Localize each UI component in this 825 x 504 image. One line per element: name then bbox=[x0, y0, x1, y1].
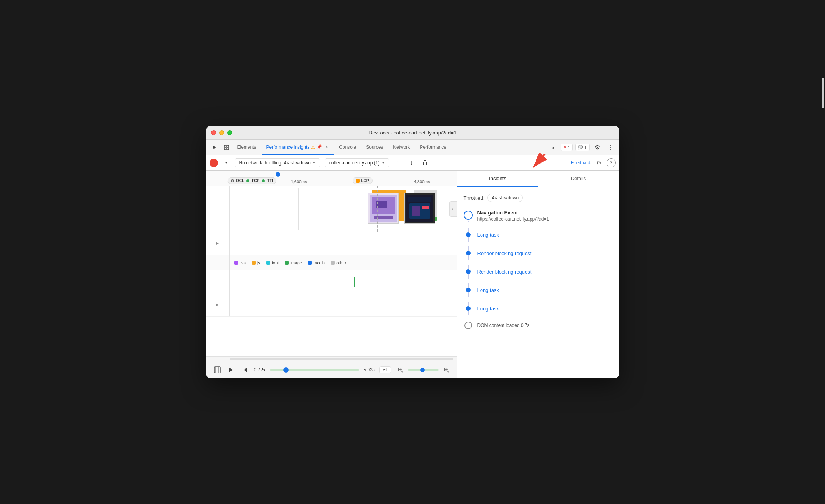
svg-rect-13 bbox=[422, 206, 429, 209]
scrubber-track[interactable] bbox=[270, 369, 359, 371]
event-dot-1 bbox=[466, 251, 471, 255]
connector-top-0 bbox=[468, 228, 469, 232]
delete-button[interactable]: 🗑 bbox=[420, 158, 431, 168]
zoom-in-button[interactable] bbox=[442, 365, 451, 375]
cursor-icon[interactable] bbox=[210, 142, 220, 153]
tab-console[interactable]: Console bbox=[334, 140, 361, 155]
font-network-bar bbox=[403, 279, 403, 290]
nav-event-url: https://coffee-cart.netlify.app/?ad=1 bbox=[477, 216, 549, 222]
traffic-lights bbox=[211, 130, 232, 135]
inspect-icon[interactable] bbox=[221, 142, 232, 153]
ruler-4800ms: 4,800ms bbox=[414, 179, 430, 184]
tab-elements[interactable]: Elements bbox=[233, 140, 261, 155]
message-badge-button[interactable]: 💬 1 bbox=[575, 144, 589, 151]
close-button[interactable] bbox=[211, 130, 216, 135]
maximize-button[interactable] bbox=[227, 130, 232, 135]
error-badge-button[interactable]: ✕ 1 bbox=[561, 144, 573, 151]
tab-network[interactable]: Network bbox=[388, 140, 414, 155]
tab-insights[interactable]: Insights bbox=[457, 171, 538, 187]
event-link-0[interactable]: Long task bbox=[477, 232, 499, 238]
nav-event-title: Navigation Event bbox=[477, 210, 549, 216]
tab-performance[interactable]: Performance bbox=[415, 140, 451, 155]
svg-line-25 bbox=[447, 371, 449, 372]
svg-marker-19 bbox=[244, 368, 247, 372]
other-dot-icon bbox=[331, 261, 335, 265]
nav-connector bbox=[468, 220, 469, 222]
url-dropdown[interactable]: coffee-cart.netlify.app (1) ▼ bbox=[325, 158, 389, 167]
event-item-4: Long task bbox=[464, 302, 613, 315]
play-button[interactable] bbox=[226, 365, 236, 375]
event-link-3[interactable]: Long task bbox=[477, 287, 499, 293]
timeline-rows[interactable]: › ▶ bbox=[206, 186, 457, 356]
devtools-window: DevTools - coffee-cart.netlify.app/?ad=1… bbox=[206, 126, 619, 378]
timeline-scrollbar[interactable] bbox=[206, 356, 457, 361]
event-item-1: Render blocking request bbox=[464, 246, 613, 260]
zoom-controls bbox=[396, 365, 451, 375]
more-options-button[interactable]: ⋮ bbox=[605, 142, 616, 153]
url-dropdown-arrow: ▼ bbox=[381, 161, 385, 165]
network-row-content bbox=[230, 270, 457, 293]
expand-row-button[interactable]: › bbox=[449, 201, 457, 217]
event-link-2[interactable]: Render blocking request bbox=[477, 269, 532, 275]
zoom-out-button[interactable] bbox=[396, 365, 405, 375]
network-row-label bbox=[206, 270, 230, 293]
secondary-toolbar: ▼ No network throttling, 4× slowdown ▼ c… bbox=[206, 155, 619, 171]
tab-close-icon[interactable]: ✕ bbox=[324, 144, 329, 150]
main-thread-row-content bbox=[230, 293, 457, 316]
more-tabs-button[interactable]: » bbox=[547, 142, 558, 153]
settings-button[interactable]: ⚙ bbox=[592, 142, 603, 153]
event-dot-4 bbox=[466, 306, 471, 311]
cpu-row-label: ▶ bbox=[206, 232, 230, 255]
event-dot-0 bbox=[466, 232, 471, 237]
scrollbar-track bbox=[230, 358, 453, 360]
svg-rect-3 bbox=[227, 148, 229, 150]
tab-sources[interactable]: Sources bbox=[361, 140, 388, 155]
playhead-thumb bbox=[276, 172, 280, 177]
feedback-link[interactable]: Feedback bbox=[571, 160, 591, 166]
tab-pin-icon[interactable]: 📌 bbox=[317, 144, 322, 149]
window-title: DevTools - coffee-cart.netlify.app/?ad=1 bbox=[369, 130, 456, 136]
tab-performance-insights[interactable]: Performance insights ⚠ 📌 ✕ bbox=[262, 140, 334, 155]
legend-other: other bbox=[331, 260, 346, 265]
dcl-fcp-tti-badge: DCL FCP TTI bbox=[228, 177, 277, 184]
legend-font: font bbox=[266, 260, 279, 265]
record-dropdown-button[interactable]: ▼ bbox=[221, 158, 232, 168]
insights-panel: Insights Details Throttled: 4× slowdown bbox=[457, 171, 619, 378]
event-dot-3 bbox=[466, 288, 471, 292]
expand-cpu-icon[interactable]: ▶ bbox=[216, 242, 219, 245]
cpu-dashed-line bbox=[354, 232, 354, 255]
dom-circle-icon bbox=[464, 322, 472, 329]
lcp-badge: LCP bbox=[353, 177, 373, 184]
throttling-dropdown[interactable]: No network throttling, 4× slowdown ▼ bbox=[235, 158, 320, 167]
playback-bar: 0.72s 5.93s x1 bbox=[206, 361, 457, 378]
scrubber-thumb[interactable] bbox=[283, 367, 289, 373]
record-button[interactable] bbox=[210, 159, 218, 167]
connector-top-3 bbox=[468, 283, 469, 288]
legend-image: image bbox=[285, 260, 302, 265]
event-link-1[interactable]: Render blocking request bbox=[477, 250, 532, 256]
export-button[interactable]: ↑ bbox=[392, 158, 403, 168]
nav-event: Navigation Event https://coffee-cart.net… bbox=[464, 210, 613, 222]
help-button[interactable]: ? bbox=[607, 158, 616, 167]
speed-button[interactable]: x1 bbox=[379, 366, 391, 373]
event-dot-2 bbox=[466, 269, 471, 274]
svg-line-22 bbox=[401, 371, 403, 372]
import-button[interactable]: ↓ bbox=[406, 158, 417, 168]
skip-to-start-button[interactable] bbox=[240, 365, 249, 375]
screenshot-toggle-button[interactable] bbox=[213, 365, 222, 375]
timeline-ruler: 0ms 1,600ms 3,200ms 4,800ms DCL FCP TTI bbox=[206, 171, 457, 186]
devtools-settings-button[interactable]: ⚙ bbox=[594, 158, 604, 167]
throttled-label: Throttled: bbox=[464, 195, 485, 201]
svg-rect-2 bbox=[224, 148, 226, 150]
svg-rect-12 bbox=[412, 206, 420, 216]
minimize-button[interactable] bbox=[219, 130, 224, 135]
event-link-4[interactable]: Long task bbox=[477, 306, 499, 312]
zoom-thumb[interactable] bbox=[420, 368, 425, 372]
svg-marker-18 bbox=[229, 368, 233, 372]
dcl-ring-icon bbox=[231, 179, 234, 182]
insights-content[interactable]: Throttled: 4× slowdown Navigation Event … bbox=[457, 187, 619, 378]
expand-main-thread-icon[interactable]: ▶ bbox=[216, 303, 219, 307]
dom-event: DOM content loaded 0.7s bbox=[464, 322, 613, 329]
zoom-track[interactable] bbox=[408, 369, 439, 371]
tab-details[interactable]: Details bbox=[538, 171, 619, 187]
